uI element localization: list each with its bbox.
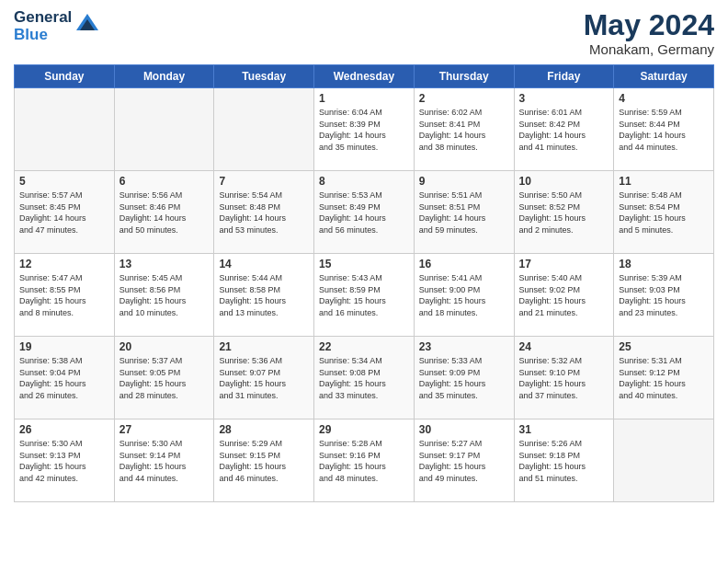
- day-number: 12: [19, 258, 109, 270]
- day-number: 31: [519, 423, 609, 436]
- weekday-header-monday: Monday: [114, 65, 214, 88]
- day-number: 8: [319, 175, 409, 188]
- calendar-cell: 16Sunrise: 5:41 AM Sunset: 9:00 PM Dayli…: [414, 254, 514, 337]
- day-number: 13: [119, 258, 210, 270]
- day-info: Sunrise: 6:01 AM Sunset: 8:42 PM Dayligh…: [519, 107, 609, 153]
- weekday-header-thursday: Thursday: [414, 65, 514, 88]
- weekday-header-wednesday: Wednesday: [314, 65, 415, 88]
- month-year-title: May 2024: [584, 9, 714, 41]
- day-info: Sunrise: 5:38 AM Sunset: 9:04 PM Dayligh…: [19, 355, 109, 401]
- calendar-cell: 19Sunrise: 5:38 AM Sunset: 9:04 PM Dayli…: [15, 337, 115, 419]
- calendar-cell: 18Sunrise: 5:39 AM Sunset: 9:03 PM Dayli…: [614, 254, 714, 337]
- day-info: Sunrise: 6:04 AM Sunset: 8:39 PM Dayligh…: [319, 107, 409, 153]
- calendar-cell: 30Sunrise: 5:27 AM Sunset: 9:17 PM Dayli…: [414, 419, 514, 502]
- day-info: Sunrise: 5:50 AM Sunset: 8:52 PM Dayligh…: [519, 190, 609, 236]
- day-number: 2: [419, 92, 509, 105]
- calendar-cell: 31Sunrise: 5:26 AM Sunset: 9:18 PM Dayli…: [514, 419, 614, 502]
- calendar-week-5: 26Sunrise: 5:30 AM Sunset: 9:13 PM Dayli…: [15, 419, 714, 502]
- day-info: Sunrise: 5:31 AM Sunset: 9:12 PM Dayligh…: [619, 355, 709, 401]
- calendar-cell: 15Sunrise: 5:43 AM Sunset: 8:59 PM Dayli…: [314, 254, 415, 337]
- day-info: Sunrise: 5:30 AM Sunset: 9:13 PM Dayligh…: [19, 438, 109, 484]
- day-info: Sunrise: 5:40 AM Sunset: 9:02 PM Dayligh…: [519, 272, 609, 318]
- day-info: Sunrise: 5:44 AM Sunset: 8:58 PM Dayligh…: [219, 272, 309, 318]
- weekday-header-sunday: Sunday: [15, 65, 115, 88]
- calendar-cell: 8Sunrise: 5:53 AM Sunset: 8:49 PM Daylig…: [314, 171, 415, 254]
- day-number: 14: [219, 258, 309, 270]
- day-number: 5: [19, 175, 109, 188]
- calendar-cell: 12Sunrise: 5:47 AM Sunset: 8:55 PM Dayli…: [15, 254, 115, 337]
- day-info: Sunrise: 5:30 AM Sunset: 9:14 PM Dayligh…: [119, 438, 210, 484]
- day-info: Sunrise: 5:33 AM Sunset: 9:09 PM Dayligh…: [419, 355, 509, 401]
- calendar-cell: 5Sunrise: 5:57 AM Sunset: 8:45 PM Daylig…: [15, 171, 115, 254]
- weekday-header-row: SundayMondayTuesdayWednesdayThursdayFrid…: [15, 65, 714, 88]
- calendar-cell: [114, 88, 214, 171]
- title-block: May 2024 Monakam, Germany: [584, 9, 714, 57]
- day-number: 10: [519, 175, 609, 188]
- day-number: 26: [19, 423, 109, 436]
- day-info: Sunrise: 5:56 AM Sunset: 8:46 PM Dayligh…: [119, 190, 210, 236]
- calendar-cell: 11Sunrise: 5:48 AM Sunset: 8:54 PM Dayli…: [614, 171, 714, 254]
- day-info: Sunrise: 5:39 AM Sunset: 9:03 PM Dayligh…: [619, 272, 709, 318]
- calendar-cell: 1Sunrise: 6:04 AM Sunset: 8:39 PM Daylig…: [314, 88, 415, 171]
- day-number: 21: [219, 340, 309, 353]
- day-number: 15: [319, 258, 409, 270]
- calendar-cell: 27Sunrise: 5:30 AM Sunset: 9:14 PM Dayli…: [114, 419, 214, 502]
- calendar-cell: 29Sunrise: 5:28 AM Sunset: 9:16 PM Dayli…: [314, 419, 415, 502]
- calendar-cell: 2Sunrise: 6:02 AM Sunset: 8:41 PM Daylig…: [414, 88, 514, 171]
- weekday-header-tuesday: Tuesday: [214, 65, 314, 88]
- weekday-header-saturday: Saturday: [614, 65, 714, 88]
- day-info: Sunrise: 6:02 AM Sunset: 8:41 PM Dayligh…: [419, 107, 509, 153]
- day-number: 29: [319, 423, 409, 436]
- calendar-table: SundayMondayTuesdayWednesdayThursdayFrid…: [14, 64, 714, 502]
- logo-blue: Blue: [14, 26, 48, 43]
- day-info: Sunrise: 5:37 AM Sunset: 9:05 PM Dayligh…: [119, 355, 210, 401]
- location-subtitle: Monakam, Germany: [584, 41, 714, 57]
- day-number: 3: [519, 92, 609, 105]
- day-number: 4: [619, 92, 709, 105]
- day-info: Sunrise: 5:27 AM Sunset: 9:17 PM Dayligh…: [419, 438, 509, 484]
- day-number: 7: [219, 175, 309, 188]
- day-number: 24: [519, 340, 609, 353]
- calendar-cell: 20Sunrise: 5:37 AM Sunset: 9:05 PM Dayli…: [114, 337, 214, 419]
- calendar-cell: 7Sunrise: 5:54 AM Sunset: 8:48 PM Daylig…: [214, 171, 314, 254]
- day-info: Sunrise: 5:32 AM Sunset: 9:10 PM Dayligh…: [519, 355, 609, 401]
- day-info: Sunrise: 5:43 AM Sunset: 8:59 PM Dayligh…: [319, 272, 409, 318]
- day-info: Sunrise: 5:54 AM Sunset: 8:48 PM Dayligh…: [219, 190, 309, 236]
- calendar-cell: 6Sunrise: 5:56 AM Sunset: 8:46 PM Daylig…: [114, 171, 214, 254]
- page-container: General Blue May 2024 Monakam, Germany S…: [0, 0, 728, 516]
- day-number: 27: [119, 423, 210, 436]
- day-info: Sunrise: 5:45 AM Sunset: 8:56 PM Dayligh…: [119, 272, 210, 318]
- calendar-cell: 21Sunrise: 5:36 AM Sunset: 9:07 PM Dayli…: [214, 337, 314, 419]
- logo-text: General Blue: [14, 9, 100, 43]
- calendar-cell: 26Sunrise: 5:30 AM Sunset: 9:13 PM Dayli…: [15, 419, 115, 502]
- calendar-cell: 10Sunrise: 5:50 AM Sunset: 8:52 PM Dayli…: [514, 171, 614, 254]
- day-number: 23: [419, 340, 509, 353]
- calendar-cell: 25Sunrise: 5:31 AM Sunset: 9:12 PM Dayli…: [614, 337, 714, 419]
- logo-general: General: [14, 8, 72, 26]
- page-header: General Blue May 2024 Monakam, Germany: [14, 9, 714, 57]
- day-info: Sunrise: 5:57 AM Sunset: 8:45 PM Dayligh…: [19, 190, 109, 236]
- calendar-cell: 9Sunrise: 5:51 AM Sunset: 8:51 PM Daylig…: [414, 171, 514, 254]
- day-number: 18: [619, 258, 709, 270]
- logo-icon: [74, 12, 100, 38]
- calendar-cell: 4Sunrise: 5:59 AM Sunset: 8:44 PM Daylig…: [614, 88, 714, 171]
- day-number: 25: [619, 340, 709, 353]
- calendar-week-4: 19Sunrise: 5:38 AM Sunset: 9:04 PM Dayli…: [15, 337, 714, 419]
- calendar-cell: 22Sunrise: 5:34 AM Sunset: 9:08 PM Dayli…: [314, 337, 415, 419]
- weekday-header-friday: Friday: [514, 65, 614, 88]
- day-info: Sunrise: 5:41 AM Sunset: 9:00 PM Dayligh…: [419, 272, 509, 318]
- calendar-cell: 24Sunrise: 5:32 AM Sunset: 9:10 PM Dayli…: [514, 337, 614, 419]
- day-number: 16: [419, 258, 509, 270]
- day-number: 9: [419, 175, 509, 188]
- day-info: Sunrise: 5:51 AM Sunset: 8:51 PM Dayligh…: [419, 190, 509, 236]
- day-info: Sunrise: 5:34 AM Sunset: 9:08 PM Dayligh…: [319, 355, 409, 401]
- day-info: Sunrise: 5:29 AM Sunset: 9:15 PM Dayligh…: [219, 438, 309, 484]
- day-number: 20: [119, 340, 210, 353]
- day-info: Sunrise: 5:26 AM Sunset: 9:18 PM Dayligh…: [519, 438, 609, 484]
- day-number: 11: [619, 175, 709, 188]
- calendar-cell: 23Sunrise: 5:33 AM Sunset: 9:09 PM Dayli…: [414, 337, 514, 419]
- day-info: Sunrise: 5:47 AM Sunset: 8:55 PM Dayligh…: [19, 272, 109, 318]
- calendar-cell: 13Sunrise: 5:45 AM Sunset: 8:56 PM Dayli…: [114, 254, 214, 337]
- calendar-cell: 3Sunrise: 6:01 AM Sunset: 8:42 PM Daylig…: [514, 88, 614, 171]
- day-number: 30: [419, 423, 509, 436]
